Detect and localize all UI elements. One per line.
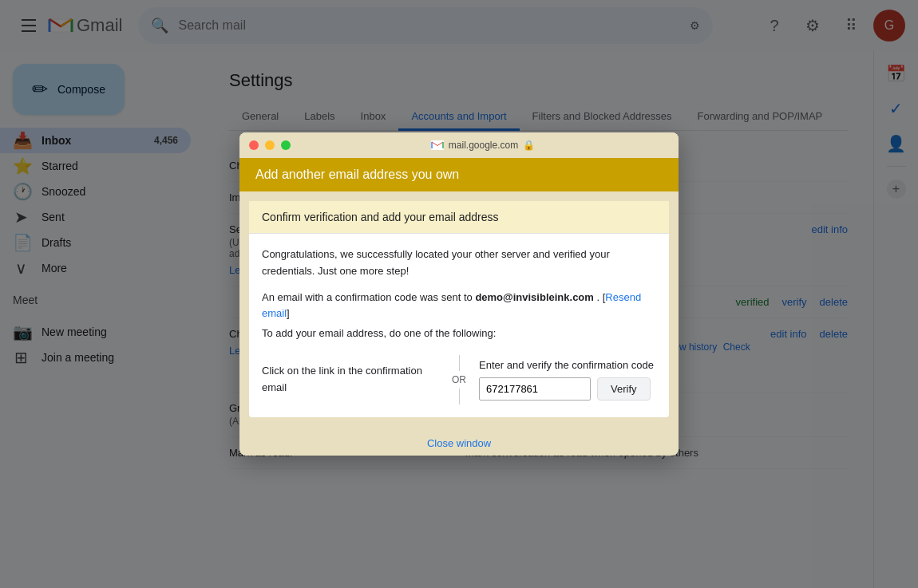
modal-footer: Close window <box>239 427 679 456</box>
modal-body: Confirm verification and add your email … <box>249 201 669 417</box>
verify-button[interactable]: Verify <box>597 377 651 401</box>
modal-email-line2: To add your email address, do one of the… <box>262 326 656 342</box>
modal-url-bar: mail.google.com 🔒 <box>297 139 669 152</box>
modal-email-bold: demo@invisibleink.com <box>475 291 594 303</box>
modal-inner-title: Confirm verification and add your email … <box>249 201 669 234</box>
or-line-bottom <box>459 389 460 404</box>
or-label: OR <box>452 374 466 385</box>
modal-email-line: An email with a confirmation code was se… <box>262 290 656 323</box>
modal-two-col: Click on the link in the confirmation em… <box>262 355 656 404</box>
modal-content: Congratulations, we successfully located… <box>249 234 669 417</box>
modal-window: mail.google.com 🔒 Add another email addr… <box>239 132 679 456</box>
modal-gmail-icon <box>431 139 444 152</box>
modal-email-prefix: An email with a confirmation code was se… <box>262 291 473 303</box>
modal-overlay: mail.google.com 🔒 Add another email addr… <box>0 0 918 588</box>
window-minimize-button[interactable] <box>265 140 275 150</box>
or-line-top <box>459 355 460 371</box>
window-close-button[interactable] <box>249 140 259 150</box>
modal-congrats-text: Congratulations, we successfully located… <box>262 247 656 280</box>
confirmation-code-input[interactable] <box>479 377 591 401</box>
verify-row: Verify <box>479 377 656 401</box>
modal-left-col: Click on the link in the confirmation em… <box>262 363 439 397</box>
modal-right-label: Enter and verify the confirmation code <box>479 359 656 371</box>
close-window-link[interactable]: Close window <box>427 437 491 449</box>
window-maximize-button[interactable] <box>281 140 291 150</box>
modal-url-text: mail.google.com <box>449 140 518 151</box>
modal-or: OR <box>452 355 466 404</box>
modal-left-text: Click on the link in the confirmation em… <box>262 365 422 393</box>
modal-lock-icon: 🔒 <box>523 140 535 151</box>
modal-main-title: Add another email address you own <box>239 158 679 191</box>
modal-titlebar: mail.google.com 🔒 <box>239 132 679 158</box>
modal-right-col: Enter and verify the confirmation code V… <box>479 359 656 401</box>
